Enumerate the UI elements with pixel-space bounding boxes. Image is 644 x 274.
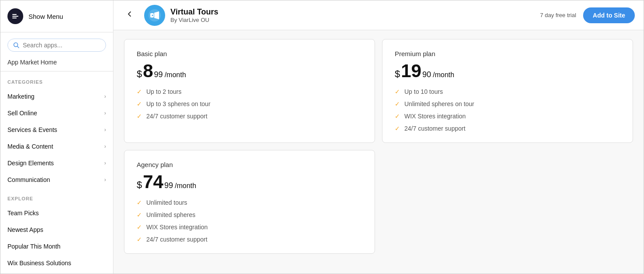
check-icon: ✓: [137, 224, 142, 231]
basic-feature-3-text: 24/7 customer support: [146, 113, 207, 120]
svg-point-8: [152, 14, 153, 16]
check-icon: ✓: [395, 100, 400, 107]
sidebar-item-marketing[interactable]: Marketing ›: [0, 88, 113, 105]
sidebar-item-services-events[interactable]: Services & Events ›: [0, 121, 113, 138]
sidebar-nav: CATEGORIES Marketing › Sell Online › Ser…: [0, 71, 113, 274]
agency-price-dollar: $: [137, 179, 142, 191]
categories-label: CATEGORIES: [0, 71, 113, 88]
search-box[interactable]: [7, 39, 106, 52]
svg-line-4: [18, 46, 19, 48]
app-container: Show Menu App Market Home CATEGORIES Mar…: [0, 0, 644, 274]
sidebar-item-popular-this-month[interactable]: Popular This Month: [0, 238, 113, 255]
sidebar-item-media-content[interactable]: Media & Content ›: [0, 138, 113, 155]
design-elements-label: Design Elements: [7, 160, 54, 167]
sidebar-item-wix-business-solutions[interactable]: Wix Business Solutions: [0, 255, 113, 271]
app-icon: [144, 5, 165, 26]
agency-feature-4-text: 24/7 customer support: [146, 236, 207, 243]
plans-area: Basic plan $ 8 99 /month ✓ Up to 2 tours: [113, 30, 644, 274]
premium-feature-3-text: WIX Stores integration: [404, 113, 466, 120]
premium-feature-4-text: 24/7 customer support: [404, 125, 465, 132]
services-events-label: Services & Events: [7, 126, 57, 133]
app-header: Virtual Tours By ViarLive OU 7 day free …: [113, 0, 644, 30]
basic-feature-2: ✓ Up to 3 spheres on tour: [137, 100, 362, 107]
sidebar-item-newest-apps[interactable]: Newest Apps: [0, 221, 113, 238]
agency-feature-1: ✓ Unlimited tours: [137, 199, 362, 206]
free-trial-text: 7 day free trial: [540, 12, 576, 18]
plans-top-row: Basic plan $ 8 99 /month ✓ Up to 2 tours: [124, 39, 633, 143]
sidebar-item-sell-online[interactable]: Sell Online ›: [0, 105, 113, 121]
sidebar: Show Menu App Market Home CATEGORIES Mar…: [0, 0, 113, 274]
basic-price-period: /month: [165, 71, 186, 79]
marketing-chevron-icon: ›: [104, 93, 106, 100]
agency-feature-3-text: WIX Stores integration: [146, 224, 208, 231]
back-button[interactable]: [122, 8, 137, 22]
sidebar-item-communication[interactable]: Communication ›: [0, 171, 113, 188]
basic-feature-1-text: Up to 2 tours: [146, 88, 181, 95]
show-menu-label: Show Menu: [28, 13, 63, 20]
services-events-chevron-icon: ›: [104, 127, 106, 133]
basic-price-dollar: $: [137, 68, 142, 80]
communication-chevron-icon: ›: [104, 177, 106, 183]
premium-feature-4: ✓ 24/7 customer support: [395, 125, 620, 132]
svg-rect-1: [12, 16, 18, 17]
marketing-label: Marketing: [7, 93, 34, 100]
basic-feature-2-text: Up to 3 spheres on tour: [146, 100, 210, 107]
plan-card-agency: Agency plan $ 74 99 /month ✓ Unlimited t…: [124, 150, 375, 254]
check-icon: ✓: [137, 113, 142, 120]
explore-label: EXPLORE: [0, 188, 113, 205]
basic-feature-1: ✓ Up to 2 tours: [137, 88, 362, 95]
search-section: [0, 32, 113, 55]
basic-price-amount: 8: [143, 62, 153, 80]
svg-marker-7: [154, 11, 159, 19]
check-icon: ✓: [137, 88, 142, 95]
premium-price-dollar: $: [395, 68, 400, 80]
sidebar-item-team-picks[interactable]: Team Picks: [0, 205, 113, 221]
premium-price-cents: 90: [422, 71, 431, 78]
check-icon: ✓: [395, 125, 400, 132]
agency-feature-2-text: Unlimited spheres: [146, 211, 195, 218]
app-info: Virtual Tours By ViarLive OU: [170, 7, 540, 23]
app-title: Virtual Tours: [170, 7, 540, 17]
plan-card-premium: Premium plan $ 19 90 /month ✓ Up to 10 t…: [382, 39, 633, 143]
agency-feature-1-text: Unlimited tours: [146, 199, 187, 206]
agency-plan-name: Agency plan: [137, 161, 362, 168]
premium-feature-3: ✓ WIX Stores integration: [395, 113, 620, 120]
search-input[interactable]: [23, 42, 100, 49]
sidebar-item-design-elements[interactable]: Design Elements ›: [0, 155, 113, 171]
add-to-site-button[interactable]: Add to Site: [583, 7, 635, 23]
agency-plan-price: $ 74 99 /month: [137, 173, 362, 191]
premium-feature-2: ✓ Unlimited spheres on tour: [395, 100, 620, 107]
agency-price-period: /month: [175, 182, 196, 190]
header-right: 7 day free trial Add to Site: [540, 7, 635, 23]
show-menu-button[interactable]: Show Menu: [0, 0, 113, 32]
main-content: Virtual Tours By ViarLive OU 7 day free …: [113, 0, 644, 274]
premium-plan-name: Premium plan: [395, 50, 620, 57]
check-icon: ✓: [395, 88, 400, 95]
premium-feature-1-text: Up to 10 tours: [404, 88, 443, 95]
premium-price-period: /month: [433, 71, 454, 79]
media-content-chevron-icon: ›: [104, 143, 106, 149]
agency-price-cents: 99: [164, 181, 173, 189]
app-market-home-link[interactable]: App Market Home: [0, 55, 113, 71]
basic-feature-3: ✓ 24/7 customer support: [137, 113, 362, 120]
premium-feature-2-text: Unlimited spheres on tour: [404, 100, 474, 107]
svg-rect-2: [12, 18, 17, 18]
basic-price-cents: 99: [154, 71, 163, 78]
media-content-label: Media & Content: [7, 143, 53, 150]
agency-price-amount: 74: [143, 173, 163, 191]
sell-online-label: Sell Online: [7, 110, 37, 117]
svg-rect-0: [12, 14, 17, 15]
search-icon: [13, 42, 19, 48]
check-icon: ✓: [395, 113, 400, 120]
check-icon: ✓: [137, 236, 142, 243]
premium-feature-1: ✓ Up to 10 tours: [395, 88, 620, 95]
sell-online-chevron-icon: ›: [104, 110, 106, 116]
basic-plan-price: $ 8 99 /month: [137, 62, 362, 80]
basic-plan-features: ✓ Up to 2 tours ✓ Up to 3 spheres on tou…: [137, 88, 362, 120]
check-icon: ✓: [137, 100, 142, 107]
premium-plan-price: $ 19 90 /month: [395, 62, 620, 80]
agency-feature-2: ✓ Unlimited spheres: [137, 211, 362, 218]
premium-plan-features: ✓ Up to 10 tours ✓ Unlimited spheres on …: [395, 88, 620, 132]
check-icon: ✓: [137, 211, 142, 218]
show-menu-icon: [7, 8, 23, 24]
